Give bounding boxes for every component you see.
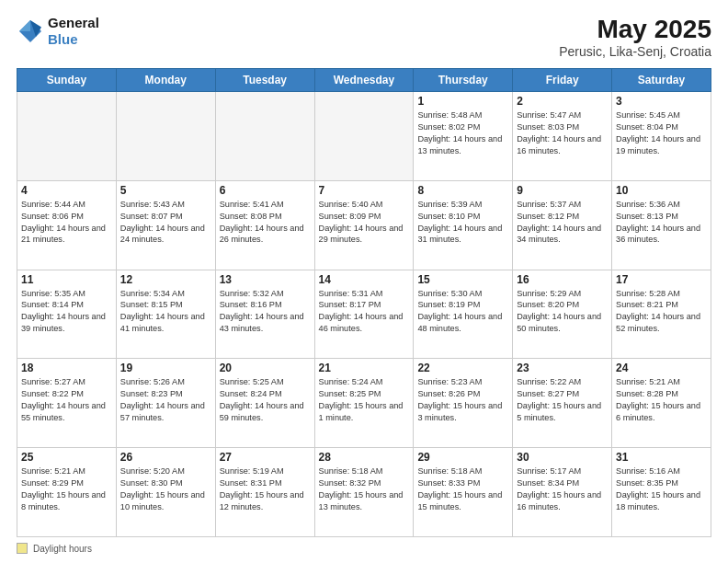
calendar-cell: 10Sunrise: 5:36 AM Sunset: 8:13 PM Dayli…: [612, 180, 711, 270]
day-number: 22: [417, 362, 508, 374]
calendar-week-0: 1Sunrise: 5:48 AM Sunset: 8:02 PM Daylig…: [17, 92, 711, 181]
calendar-cell: 16Sunrise: 5:29 AM Sunset: 8:20 PM Dayli…: [513, 270, 612, 359]
day-number: 11: [21, 273, 112, 286]
calendar-cell: 14Sunrise: 5:31 AM Sunset: 8:17 PM Dayli…: [314, 270, 414, 359]
calendar-cell: [17, 92, 117, 181]
day-number: 2: [517, 95, 608, 108]
day-number: 6: [220, 184, 311, 197]
svg-marker-2: [19, 20, 30, 31]
day-number: 3: [616, 95, 707, 108]
calendar-cell: 23Sunrise: 5:22 AM Sunset: 8:27 PM Dayli…: [513, 359, 612, 448]
day-number: 7: [319, 184, 410, 197]
calendar-cell: 25Sunrise: 5:21 AM Sunset: 8:29 PM Dayli…: [17, 448, 117, 537]
day-number: 19: [120, 362, 211, 374]
calendar-cell: 29Sunrise: 5:18 AM Sunset: 8:33 PM Dayli…: [414, 448, 513, 537]
calendar-cell: 3Sunrise: 5:45 AM Sunset: 8:04 PM Daylig…: [612, 92, 711, 181]
day-info: Sunrise: 5:18 AM Sunset: 8:32 PM Dayligh…: [319, 465, 410, 513]
calendar-subtitle: Perusic, Lika-Senj, Croatia: [559, 44, 711, 59]
calendar-cell: 2Sunrise: 5:47 AM Sunset: 8:03 PM Daylig…: [513, 92, 612, 181]
day-info: Sunrise: 5:48 AM Sunset: 8:02 PM Dayligh…: [417, 109, 508, 157]
day-info: Sunrise: 5:25 AM Sunset: 8:24 PM Dayligh…: [220, 376, 311, 424]
logo-text: General Blue: [48, 15, 99, 48]
calendar-cell: 24Sunrise: 5:21 AM Sunset: 8:28 PM Dayli…: [612, 359, 711, 448]
day-info: Sunrise: 5:41 AM Sunset: 8:08 PM Dayligh…: [220, 199, 311, 247]
calendar-table: Sunday Monday Tuesday Wednesday Thursday…: [17, 68, 711, 537]
day-info: Sunrise: 5:17 AM Sunset: 8:34 PM Dayligh…: [517, 465, 608, 513]
calendar-cell: 6Sunrise: 5:41 AM Sunset: 8:08 PM Daylig…: [215, 180, 314, 270]
day-info: Sunrise: 5:45 AM Sunset: 8:04 PM Dayligh…: [616, 109, 707, 157]
logo: General Blue: [17, 15, 99, 48]
day-info: Sunrise: 5:18 AM Sunset: 8:33 PM Dayligh…: [417, 465, 508, 513]
day-info: Sunrise: 5:47 AM Sunset: 8:03 PM Dayligh…: [517, 109, 608, 157]
day-info: Sunrise: 5:28 AM Sunset: 8:21 PM Dayligh…: [616, 288, 707, 336]
day-number: 28: [319, 451, 410, 464]
day-info: Sunrise: 5:30 AM Sunset: 8:19 PM Dayligh…: [417, 288, 508, 336]
calendar-cell: [314, 92, 414, 181]
day-info: Sunrise: 5:39 AM Sunset: 8:10 PM Dayligh…: [417, 199, 508, 247]
day-number: 24: [616, 362, 707, 374]
day-number: 4: [21, 184, 112, 197]
calendar-week-2: 11Sunrise: 5:35 AM Sunset: 8:14 PM Dayli…: [17, 270, 711, 359]
page: General Blue May 2025 Perusic, Lika-Senj…: [0, 0, 728, 563]
day-number: 14: [319, 273, 410, 286]
calendar-cell: 20Sunrise: 5:25 AM Sunset: 8:24 PM Dayli…: [215, 359, 314, 448]
calendar-cell: 27Sunrise: 5:19 AM Sunset: 8:31 PM Dayli…: [215, 448, 314, 537]
day-info: Sunrise: 5:35 AM Sunset: 8:14 PM Dayligh…: [21, 288, 112, 336]
col-thursday: Thursday: [414, 69, 513, 92]
calendar-cell: [215, 92, 314, 181]
calendar-week-4: 25Sunrise: 5:21 AM Sunset: 8:29 PM Dayli…: [17, 448, 711, 537]
day-number: 26: [120, 451, 211, 464]
day-number: 30: [517, 451, 608, 464]
day-number: 16: [517, 273, 608, 286]
title-block: May 2025 Perusic, Lika-Senj, Croatia: [559, 15, 711, 59]
day-info: Sunrise: 5:19 AM Sunset: 8:31 PM Dayligh…: [220, 465, 311, 513]
calendar-cell: 4Sunrise: 5:44 AM Sunset: 8:06 PM Daylig…: [17, 180, 117, 270]
day-info: Sunrise: 5:24 AM Sunset: 8:25 PM Dayligh…: [319, 376, 410, 424]
day-info: Sunrise: 5:43 AM Sunset: 8:07 PM Dayligh…: [120, 199, 211, 247]
day-info: Sunrise: 5:20 AM Sunset: 8:30 PM Dayligh…: [120, 465, 211, 513]
calendar-cell: 30Sunrise: 5:17 AM Sunset: 8:34 PM Dayli…: [513, 448, 612, 537]
day-info: Sunrise: 5:36 AM Sunset: 8:13 PM Dayligh…: [616, 199, 707, 247]
day-info: Sunrise: 5:27 AM Sunset: 8:22 PM Dayligh…: [21, 376, 112, 424]
day-number: 5: [120, 184, 211, 197]
calendar-cell: 9Sunrise: 5:37 AM Sunset: 8:12 PM Daylig…: [513, 180, 612, 270]
calendar-cell: 15Sunrise: 5:30 AM Sunset: 8:19 PM Dayli…: [414, 270, 513, 359]
day-info: Sunrise: 5:31 AM Sunset: 8:17 PM Dayligh…: [319, 288, 410, 336]
col-monday: Monday: [116, 69, 215, 92]
calendar-header-row: Sunday Monday Tuesday Wednesday Thursday…: [17, 69, 711, 92]
calendar-cell: 11Sunrise: 5:35 AM Sunset: 8:14 PM Dayli…: [17, 270, 117, 359]
day-number: 31: [616, 451, 707, 464]
col-wednesday: Wednesday: [314, 69, 414, 92]
day-number: 1: [417, 95, 508, 108]
calendar-cell: 12Sunrise: 5:34 AM Sunset: 8:15 PM Dayli…: [116, 270, 215, 359]
day-info: Sunrise: 5:21 AM Sunset: 8:29 PM Dayligh…: [21, 465, 112, 513]
day-number: 20: [220, 362, 311, 374]
day-info: Sunrise: 5:26 AM Sunset: 8:23 PM Dayligh…: [120, 376, 211, 424]
logo-icon: [17, 17, 44, 45]
day-number: 17: [616, 273, 707, 286]
calendar-week-3: 18Sunrise: 5:27 AM Sunset: 8:22 PM Dayli…: [17, 359, 711, 448]
calendar-cell: 5Sunrise: 5:43 AM Sunset: 8:07 PM Daylig…: [116, 180, 215, 270]
calendar-cell: 28Sunrise: 5:18 AM Sunset: 8:32 PM Dayli…: [314, 448, 414, 537]
day-number: 10: [616, 184, 707, 197]
day-info: Sunrise: 5:34 AM Sunset: 8:15 PM Dayligh…: [120, 288, 211, 336]
calendar-title: May 2025: [559, 15, 711, 44]
day-number: 8: [417, 184, 508, 197]
header: General Blue May 2025 Perusic, Lika-Senj…: [17, 15, 711, 59]
col-sunday: Sunday: [17, 69, 117, 92]
day-number: 25: [21, 451, 112, 464]
calendar-cell: 8Sunrise: 5:39 AM Sunset: 8:10 PM Daylig…: [414, 180, 513, 270]
day-info: Sunrise: 5:44 AM Sunset: 8:06 PM Dayligh…: [21, 199, 112, 247]
footer-label: Daylight hours: [33, 544, 92, 554]
calendar-week-1: 4Sunrise: 5:44 AM Sunset: 8:06 PM Daylig…: [17, 180, 711, 270]
calendar-cell: [116, 92, 215, 181]
day-number: 13: [220, 273, 311, 286]
calendar-cell: 18Sunrise: 5:27 AM Sunset: 8:22 PM Dayli…: [17, 359, 117, 448]
calendar-cell: 22Sunrise: 5:23 AM Sunset: 8:26 PM Dayli…: [414, 359, 513, 448]
day-info: Sunrise: 5:32 AM Sunset: 8:16 PM Dayligh…: [220, 288, 311, 336]
day-number: 29: [417, 451, 508, 464]
col-saturday: Saturday: [612, 69, 711, 92]
day-number: 12: [120, 273, 211, 286]
col-friday: Friday: [513, 69, 612, 92]
day-info: Sunrise: 5:29 AM Sunset: 8:20 PM Dayligh…: [517, 288, 608, 336]
